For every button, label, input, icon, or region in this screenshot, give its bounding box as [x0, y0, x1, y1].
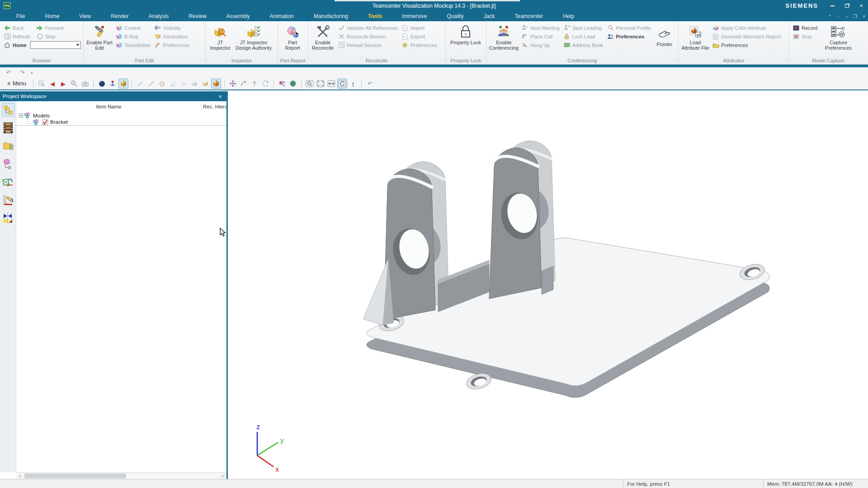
globe-icon[interactable] [288, 79, 298, 89]
horizontal-scrollbar[interactable]: ‹ › [16, 472, 226, 479]
menu-tools-active[interactable]: Tools [358, 12, 392, 20]
rotate-curve-icon[interactable] [239, 79, 249, 89]
pointer-button[interactable]: Pointer [653, 23, 676, 58]
restore-button[interactable] [844, 3, 850, 9]
conferencing-preferences-button[interactable]: Preferences [605, 32, 653, 41]
redo-icon[interactable]: ↷ [17, 68, 27, 78]
apply-color-attribute-button[interactable]: Apply Color Attribute [710, 23, 783, 32]
part-report-button[interactable]: Part Report [280, 23, 305, 58]
tan-cube-icon[interactable] [200, 79, 210, 89]
host-meeting-button[interactable]: Host Meeting [519, 23, 561, 32]
ghost-cube-icon[interactable] [189, 79, 199, 89]
column-rec-hierarchy[interactable]: Rec. Hiera [202, 104, 226, 109]
place-call-button[interactable]: Place Call [519, 32, 561, 41]
reload-session-button[interactable]: Reload Session [336, 41, 400, 49]
measure-circle-icon[interactable] [157, 79, 167, 89]
start-leading-button[interactable]: Start Leading [561, 23, 605, 32]
enable-conferencing-button[interactable]: Enable Conferencing [488, 23, 519, 58]
collapse-expander-icon[interactable] [19, 113, 23, 117]
markup-anchor-icon[interactable] [108, 79, 118, 89]
hang-up-button[interactable]: Hang Up [519, 41, 561, 49]
vertical-pan-icon[interactable]: ↕ [348, 79, 358, 89]
menu-view[interactable]: View [69, 12, 101, 20]
section-icon[interactable] [2, 211, 14, 225]
view-undo-icon[interactable]: ↶ [365, 79, 375, 89]
panel-title-bar[interactable]: Project Workspace × [0, 91, 226, 101]
home-button[interactable]: Home [2, 41, 28, 49]
measure-angle-icon[interactable] [168, 79, 178, 89]
menu-assembly[interactable]: Assembly [217, 12, 260, 20]
address-book-button[interactable]: Address Book [561, 41, 605, 49]
select-tool-icon[interactable] [37, 79, 47, 89]
spin-view-icon[interactable] [337, 79, 347, 89]
fit-all-icon[interactable] [316, 79, 326, 89]
collapse-ribbon-icon[interactable]: ⌃ [828, 14, 831, 19]
measure-arc-icon[interactable] [179, 79, 189, 89]
bracket-model[interactable]: z y x [229, 90, 868, 479]
control-button[interactable]: Control [113, 23, 152, 32]
attributes-preferences-button[interactable]: Preferences [710, 41, 783, 49]
pan-tool-icon[interactable] [228, 79, 238, 89]
next-view-icon[interactable]: ▶ [58, 79, 68, 89]
zoom-window-icon[interactable] [305, 79, 315, 89]
model-3d-icon[interactable] [2, 175, 14, 189]
scrollbar-thumb[interactable] [24, 474, 126, 479]
menu-render[interactable]: Render [101, 12, 138, 20]
address-combobox[interactable] [30, 41, 81, 49]
decimation-button[interactable]: Decimation [152, 32, 191, 41]
close-button[interactable]: × [858, 3, 864, 9]
menu-quality[interactable]: Quality [437, 12, 473, 20]
enable-part-edit-button[interactable]: Enable Part Edit [85, 23, 113, 58]
zoom-select-icon[interactable] [69, 79, 79, 89]
back-button[interactable]: Back [2, 23, 34, 32]
column-item-name[interactable]: Item Name [16, 104, 201, 109]
markup-pencil-icon[interactable] [135, 79, 145, 89]
tree-row-models[interactable]: Models [16, 112, 226, 119]
menu-button[interactable]: ≡Menu [4, 80, 30, 87]
walk-up-icon[interactable] [250, 79, 259, 89]
minimize-button[interactable] [829, 3, 835, 9]
import-button[interactable]: Import [400, 23, 439, 32]
quickbar-customize-icon[interactable]: ▾ [31, 70, 33, 75]
shaded-view-cube-icon[interactable] [118, 79, 128, 89]
stop-button[interactable]: Stop [34, 32, 57, 41]
validate-all-references-button[interactable]: Validate All References [336, 23, 400, 32]
menu-manufacturing[interactable]: Manufacturing [304, 12, 358, 20]
lock-lead-button[interactable]: Lock Lead [561, 32, 605, 41]
measure-line-icon[interactable] [146, 79, 156, 89]
load-attribute-file-button[interactable]: Load Attribute File [680, 23, 710, 58]
menu-jack[interactable]: Jack [474, 12, 505, 20]
menu-home[interactable]: Home [35, 12, 69, 20]
generate-mismatch-report-button[interactable]: Generate Mismatch Report [710, 32, 783, 41]
jt-inspector-design-authority-button[interactable]: JT Inspector Design Authority [233, 23, 274, 58]
folder-tree-icon[interactable] [2, 139, 14, 153]
doc-restore-icon[interactable]: ❐ [853, 14, 857, 19]
menu-animation[interactable]: Animation [260, 12, 304, 20]
doc-minimize-icon[interactable]: – [845, 14, 848, 19]
menu-help[interactable]: Help [553, 12, 584, 20]
personal-profile-button[interactable]: Personal Profile [605, 23, 653, 32]
shaded-sphere-icon[interactable] [97, 79, 107, 89]
menu-analysis[interactable]: Analysis [139, 12, 179, 20]
orbit-icon[interactable] [260, 79, 270, 89]
forward-button[interactable]: Forward [34, 23, 65, 32]
menu-teamcenter[interactable]: Teamcenter [505, 12, 553, 20]
refresh-button[interactable]: Refresh [2, 32, 34, 41]
find-binoculars-icon[interactable] [80, 79, 90, 89]
data-tree-icon[interactable] [2, 157, 14, 171]
brep-button[interactable]: B-Rep [113, 32, 152, 41]
tree-row-bracket[interactable]: Bracket [16, 119, 226, 126]
scroll-left-icon[interactable]: ‹ [16, 474, 24, 479]
doc-close-icon[interactable]: × [863, 14, 865, 19]
style-icon[interactable]: ◌ [837, 14, 840, 19]
menu-file[interactable]: File [6, 12, 35, 20]
viewport-3d[interactable]: z y x [229, 90, 868, 479]
orange-cube-icon[interactable] [211, 79, 221, 89]
record-button[interactable]: Record [791, 23, 819, 32]
menu-review[interactable]: Review [179, 12, 216, 20]
menu-immersive[interactable]: Immersive [392, 12, 437, 20]
assembly-tree-icon[interactable] [2, 103, 14, 117]
capture-preferences-button[interactable]: Capture Preferences [819, 23, 857, 58]
part-edit-preferences-button[interactable]: Preferences [152, 41, 191, 49]
reconcile-preferences-button[interactable]: Preferences [400, 41, 439, 49]
